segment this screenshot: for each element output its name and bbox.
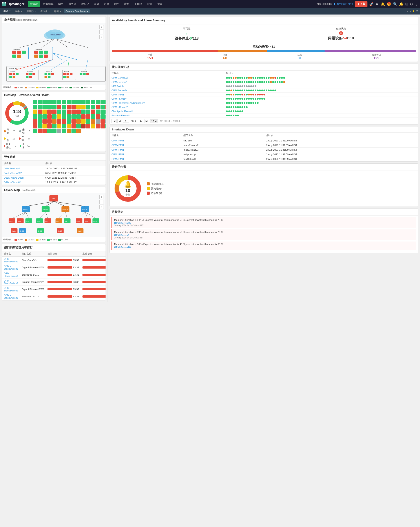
search-icon[interactable]: 🔍 — [393, 2, 397, 6]
page-last[interactable]: ▶| — [144, 119, 149, 123]
table-row[interactable]: Q2LD-N2U5-D83H6 Oct 2023 12:20:43 PM IST — [2, 176, 106, 180]
svg-rect-28 — [44, 55, 48, 58]
alert-text: Memory Utilization is 94 %.Expected valu… — [114, 219, 414, 221]
nav-workflow[interactable]: 工作流 — [132, 1, 144, 7]
menu-icon[interactable]: ≡ — [416, 9, 418, 13]
nav-app[interactable]: 应用 — [122, 1, 132, 7]
alert-device[interactable]: OPM-Server9 — [114, 234, 414, 236]
device-name[interactable]: OPM-Server23 — [110, 76, 224, 80]
zoom-out-button[interactable]: − — [99, 30, 104, 34]
page-prev[interactable]: ◀ — [118, 119, 122, 123]
heatmap-cell — [67, 124, 71, 129]
layer2-zoom-out[interactable]: − — [99, 200, 104, 204]
recent-alarms-title: 最近的告警 — [110, 164, 418, 170]
table-row[interactable]: OPM-Desktop129 Oct 2023 12:35:06 PM IST — [2, 166, 106, 171]
status-dot — [244, 94, 245, 96]
grid-icon[interactable]: ⊞ — [405, 2, 408, 6]
alarm-icon[interactable]: 🔔 — [399, 2, 404, 6]
settings-icon[interactable]: ⚙ — [410, 2, 413, 6]
svg-rect-40 — [13, 76, 15, 78]
svg-line-12 — [55, 39, 68, 47]
sec-virtual[interactable]: 虚拟化▾ — [39, 9, 52, 14]
table-row: OPM - Switch4 — [110, 97, 418, 101]
right-arrow-icon[interactable]: › — [410, 10, 411, 13]
nav-virtual[interactable]: 虚拟化 — [79, 1, 91, 7]
nav-map[interactable]: 地图 — [112, 1, 122, 7]
layer2-zoom-in[interactable]: + — [99, 195, 104, 199]
device-name[interactable]: OPM-IPMI1 — [110, 148, 182, 152]
nav-storage[interactable]: 存储 — [92, 1, 101, 7]
svg-text:Srv15: Srv15 — [78, 230, 82, 232]
service-label: 服务停止 — [372, 53, 381, 56]
device-name[interactable]: PaloAlto Firewall — [110, 113, 224, 118]
app-logo[interactable]: OpManager — [2, 2, 24, 6]
nav-network[interactable]: 网络 — [56, 1, 66, 7]
device-name[interactable]: OPM - StackSwitch1 — [2, 286, 20, 293]
dot-container — [226, 110, 292, 112]
table-row[interactable]: South-Plaza-0026 Oct 2023 12:20:43 PM IS… — [2, 171, 106, 176]
page-input[interactable] — [123, 120, 129, 123]
device-name[interactable]: OPM-Server21 — [110, 80, 224, 84]
device-name[interactable]: OPM-IPMI1 — [110, 152, 182, 157]
sec-storage[interactable]: 存储▾ — [52, 9, 63, 14]
status-dot — [248, 77, 250, 79]
page-size-select[interactable]: 10 20 — [150, 120, 158, 123]
status-dot — [233, 106, 234, 108]
status-dot — [226, 110, 228, 112]
nav-inventory[interactable]: 资源清单 — [41, 1, 56, 7]
favorite-star-icon[interactable]: ★ — [412, 10, 415, 13]
sec-overview[interactable]: 概览▾ — [2, 9, 12, 14]
device-name[interactable]: OPM - StackSwitch1 — [2, 293, 20, 300]
device-name[interactable]: OPM-IPMI1 — [110, 143, 182, 148]
nav-report[interactable]: 报表 — [155, 1, 165, 7]
device-name[interactable]: OPM - Router2 — [110, 105, 224, 109]
nav-settings[interactable]: 设置 — [145, 1, 155, 7]
demo-link[interactable]: ▶ 预约演示 — [334, 2, 346, 6]
left-arrow-icon[interactable]: ‹ — [407, 10, 408, 13]
table-row[interactable]: OPM - CiscoACI17 Jul 2023 11:18:15 AM IS… — [2, 180, 106, 185]
sec-network[interactable]: 网络▾ — [13, 9, 24, 14]
status-dot — [233, 77, 234, 79]
device-name[interactable]: OPM-IPMI1 — [110, 138, 182, 143]
legend-critical: 严重 — [22, 135, 26, 142]
price-link[interactable]: 报价 — [348, 2, 353, 6]
device-name[interactable]: OPM - Switch4 — [110, 97, 224, 101]
device-name[interactable]: HPESwitch — [110, 84, 224, 88]
more-icon[interactable]: ⋮ — [415, 2, 418, 6]
page-next[interactable]: ▶ — [139, 119, 143, 123]
id-col-since: 停止自 — [265, 133, 418, 138]
zoom-in-button[interactable]: + — [99, 25, 104, 30]
device-name[interactable]: OPM-Server14 — [110, 88, 224, 93]
device-name[interactable]: OPM - StackSwitch2 — [2, 257, 20, 264]
alert-device[interactable]: OPM-Server28 — [114, 246, 414, 249]
custom-dashboard-tab[interactable]: Custom Dashboard▾ — [64, 9, 90, 13]
status-dot — [228, 115, 230, 116]
layer2-fullscreen[interactable]: ⤢ — [99, 205, 104, 209]
device-name[interactable]: OPM - StackSwitch1 — [2, 271, 20, 278]
dot-cells — [224, 93, 418, 97]
heatmap-cell — [62, 129, 66, 133]
device-name[interactable]: Checkpoint Firewall — [110, 109, 224, 113]
interfaces-down-title: Interfaces Down — [110, 126, 418, 133]
page-first[interactable]: |◀ — [111, 119, 117, 123]
problem-devices-value: 问题设备·54/118 — [267, 36, 415, 41]
nav-server[interactable]: 服务器 — [66, 1, 78, 7]
svg-line-10 — [20, 39, 55, 47]
device-name[interactable]: OPM - StackSwitch1 — [2, 278, 20, 286]
bandwidth-card: 接口的带宽使用率排行 设备名 接口名称 接收 (%) 发送 (%) OPM - … — [2, 244, 106, 300]
device-name[interactable]: OPM - StackSwitch1 — [2, 264, 20, 271]
heatmap-cell — [33, 105, 37, 109]
status-dot — [272, 89, 274, 91]
nav-alarm[interactable]: 告警 — [102, 1, 111, 7]
alert-device[interactable]: OPM-Server35 — [114, 222, 414, 224]
nav-dashboard[interactable]: 仪表板 — [28, 1, 40, 7]
sec-server[interactable]: 服务器▾ — [25, 9, 38, 14]
device-name[interactable]: OPM-IPMI1 — [110, 93, 224, 97]
col-device: 设备名 — [2, 161, 43, 166]
download-button[interactable]: ⬇ 下载 — [355, 1, 367, 7]
fullscreen-button[interactable]: ⤢ — [99, 35, 104, 39]
device-name[interactable]: OPM-IPMI1 — [110, 157, 182, 161]
business-view-sub: Regional Offices (26) — [17, 19, 38, 21]
status-dot — [237, 77, 239, 79]
device-name[interactable]: OPM - WirelessLANController2 — [110, 101, 224, 105]
